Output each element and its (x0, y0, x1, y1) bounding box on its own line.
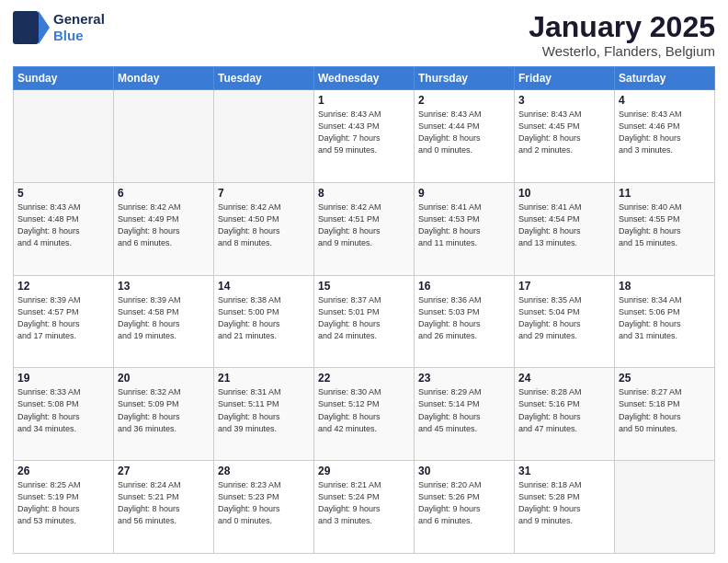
calendar-day-cell (615, 461, 715, 554)
header: General Blue January 2025 Westerlo, Flan… (13, 11, 715, 59)
calendar-day-cell: 8Sunrise: 8:42 AM Sunset: 4:51 PM Daylig… (314, 182, 415, 275)
calendar-subtitle: Westerlo, Flanders, Belgium (529, 43, 715, 59)
calendar-day-cell: 23Sunrise: 8:29 AM Sunset: 5:14 PM Dayli… (415, 368, 515, 461)
calendar-day-cell: 3Sunrise: 8:43 AM Sunset: 4:45 PM Daylig… (515, 90, 615, 183)
day-info: Sunrise: 8:20 AM Sunset: 5:26 PM Dayligh… (418, 479, 510, 527)
calendar-day-cell: 24Sunrise: 8:28 AM Sunset: 5:16 PM Dayli… (515, 368, 615, 461)
weekday-header-monday: Monday (114, 67, 214, 90)
day-number: 29 (318, 465, 410, 477)
calendar-day-cell (114, 90, 214, 183)
day-number: 22 (318, 372, 410, 385)
day-info: Sunrise: 8:39 AM Sunset: 4:57 PM Dayligh… (17, 294, 109, 342)
day-info: Sunrise: 8:43 AM Sunset: 4:48 PM Dayligh… (17, 201, 109, 249)
day-number: 13 (118, 280, 210, 293)
calendar-day-cell: 13Sunrise: 8:39 AM Sunset: 4:58 PM Dayli… (114, 275, 214, 368)
day-info: Sunrise: 8:32 AM Sunset: 5:09 PM Dayligh… (118, 386, 210, 434)
calendar-day-cell: 2Sunrise: 8:43 AM Sunset: 4:44 PM Daylig… (415, 90, 515, 183)
day-info: Sunrise: 8:39 AM Sunset: 4:58 PM Dayligh… (118, 294, 210, 342)
calendar-day-cell: 5Sunrise: 8:43 AM Sunset: 4:48 PM Daylig… (14, 182, 114, 275)
calendar-day-cell: 15Sunrise: 8:37 AM Sunset: 5:01 PM Dayli… (314, 275, 415, 368)
calendar-day-cell: 1Sunrise: 8:43 AM Sunset: 4:43 PM Daylig… (314, 90, 415, 183)
svg-rect-0 (13, 11, 39, 44)
calendar-day-cell: 19Sunrise: 8:33 AM Sunset: 5:08 PM Dayli… (14, 368, 114, 461)
calendar-day-cell: 29Sunrise: 8:21 AM Sunset: 5:24 PM Dayli… (314, 461, 415, 554)
day-number: 15 (318, 280, 410, 293)
day-number: 19 (17, 372, 109, 385)
calendar-day-cell: 9Sunrise: 8:41 AM Sunset: 4:53 PM Daylig… (415, 182, 515, 275)
calendar-day-cell (214, 90, 314, 183)
day-number: 24 (518, 372, 610, 385)
calendar-day-cell: 12Sunrise: 8:39 AM Sunset: 4:57 PM Dayli… (14, 275, 114, 368)
day-info: Sunrise: 8:25 AM Sunset: 5:19 PM Dayligh… (17, 479, 109, 527)
calendar-day-cell: 11Sunrise: 8:40 AM Sunset: 4:55 PM Dayli… (615, 182, 715, 275)
calendar-header: SundayMondayTuesdayWednesdayThursdayFrid… (14, 67, 715, 90)
calendar-week-row: 19Sunrise: 8:33 AM Sunset: 5:08 PM Dayli… (14, 368, 715, 461)
weekday-header-wednesday: Wednesday (314, 67, 415, 90)
day-info: Sunrise: 8:38 AM Sunset: 5:00 PM Dayligh… (218, 294, 310, 342)
day-info: Sunrise: 8:31 AM Sunset: 5:11 PM Dayligh… (218, 386, 310, 434)
day-number: 27 (118, 465, 210, 477)
calendar-week-row: 5Sunrise: 8:43 AM Sunset: 4:48 PM Daylig… (14, 182, 715, 275)
day-info: Sunrise: 8:41 AM Sunset: 4:53 PM Dayligh… (418, 201, 510, 249)
day-info: Sunrise: 8:21 AM Sunset: 5:24 PM Dayligh… (318, 479, 410, 527)
day-info: Sunrise: 8:34 AM Sunset: 5:06 PM Dayligh… (619, 294, 711, 342)
day-info: Sunrise: 8:43 AM Sunset: 4:45 PM Dayligh… (518, 109, 610, 156)
calendar-day-cell: 18Sunrise: 8:34 AM Sunset: 5:06 PM Dayli… (615, 275, 715, 368)
day-info: Sunrise: 8:24 AM Sunset: 5:21 PM Dayligh… (118, 479, 210, 527)
calendar-day-cell: 4Sunrise: 8:43 AM Sunset: 4:46 PM Daylig… (615, 90, 715, 183)
logo-line1: General (53, 11, 105, 28)
day-number: 3 (518, 94, 610, 107)
weekday-header-row: SundayMondayTuesdayWednesdayThursdayFrid… (14, 67, 715, 90)
day-number: 6 (118, 187, 210, 200)
calendar-day-cell: 6Sunrise: 8:42 AM Sunset: 4:49 PM Daylig… (114, 182, 214, 275)
svg-marker-1 (39, 11, 50, 44)
calendar-day-cell: 31Sunrise: 8:18 AM Sunset: 5:28 PM Dayli… (515, 461, 615, 554)
day-info: Sunrise: 8:33 AM Sunset: 5:08 PM Dayligh… (17, 386, 109, 434)
calendar-day-cell: 7Sunrise: 8:42 AM Sunset: 4:50 PM Daylig… (214, 182, 314, 275)
calendar-day-cell: 27Sunrise: 8:24 AM Sunset: 5:21 PM Dayli… (114, 461, 214, 554)
calendar-day-cell: 28Sunrise: 8:23 AM Sunset: 5:23 PM Dayli… (214, 461, 314, 554)
day-number: 20 (118, 372, 210, 385)
calendar-day-cell: 10Sunrise: 8:41 AM Sunset: 4:54 PM Dayli… (515, 182, 615, 275)
day-info: Sunrise: 8:29 AM Sunset: 5:14 PM Dayligh… (418, 386, 510, 434)
day-number: 30 (418, 465, 510, 477)
calendar-title: January 2025 (529, 11, 715, 43)
calendar-week-row: 1Sunrise: 8:43 AM Sunset: 4:43 PM Daylig… (14, 90, 715, 183)
logo-icon (13, 11, 50, 44)
day-info: Sunrise: 8:43 AM Sunset: 4:46 PM Dayligh… (619, 109, 711, 156)
weekday-header-thursday: Thursday (415, 67, 515, 90)
weekday-header-tuesday: Tuesday (214, 67, 314, 90)
calendar-day-cell: 17Sunrise: 8:35 AM Sunset: 5:04 PM Dayli… (515, 275, 615, 368)
day-number: 12 (17, 280, 109, 293)
calendar-day-cell: 30Sunrise: 8:20 AM Sunset: 5:26 PM Dayli… (415, 461, 515, 554)
day-number: 18 (619, 280, 711, 293)
day-number: 14 (218, 280, 310, 293)
day-info: Sunrise: 8:43 AM Sunset: 4:44 PM Dayligh… (418, 109, 510, 156)
weekday-header-friday: Friday (515, 67, 615, 90)
day-number: 8 (318, 187, 410, 200)
calendar-day-cell: 26Sunrise: 8:25 AM Sunset: 5:19 PM Dayli… (14, 461, 114, 554)
logo-area: General Blue (13, 11, 105, 44)
day-info: Sunrise: 8:35 AM Sunset: 5:04 PM Dayligh… (518, 294, 610, 342)
weekday-header-saturday: Saturday (615, 67, 715, 90)
day-number: 21 (218, 372, 310, 385)
calendar-day-cell: 25Sunrise: 8:27 AM Sunset: 5:18 PM Dayli… (615, 368, 715, 461)
day-number: 7 (218, 187, 310, 200)
day-info: Sunrise: 8:23 AM Sunset: 5:23 PM Dayligh… (218, 479, 310, 527)
day-info: Sunrise: 8:30 AM Sunset: 5:12 PM Dayligh… (318, 386, 410, 434)
calendar-day-cell: 16Sunrise: 8:36 AM Sunset: 5:03 PM Dayli… (415, 275, 515, 368)
day-info: Sunrise: 8:36 AM Sunset: 5:03 PM Dayligh… (418, 294, 510, 342)
day-number: 26 (17, 465, 109, 477)
calendar-day-cell (14, 90, 114, 183)
calendar-day-cell: 14Sunrise: 8:38 AM Sunset: 5:00 PM Dayli… (214, 275, 314, 368)
day-info: Sunrise: 8:43 AM Sunset: 4:43 PM Dayligh… (318, 109, 410, 156)
weekday-header-sunday: Sunday (14, 67, 114, 90)
day-info: Sunrise: 8:40 AM Sunset: 4:55 PM Dayligh… (619, 201, 711, 249)
calendar-day-cell: 21Sunrise: 8:31 AM Sunset: 5:11 PM Dayli… (214, 368, 314, 461)
title-area: January 2025 Westerlo, Flanders, Belgium (529, 11, 715, 59)
day-info: Sunrise: 8:42 AM Sunset: 4:51 PM Dayligh… (318, 201, 410, 249)
calendar-week-row: 26Sunrise: 8:25 AM Sunset: 5:19 PM Dayli… (14, 461, 715, 554)
day-number: 17 (518, 280, 610, 293)
page: General Blue January 2025 Westerlo, Flan… (0, 0, 728, 563)
logo-text: General Blue (53, 11, 105, 44)
